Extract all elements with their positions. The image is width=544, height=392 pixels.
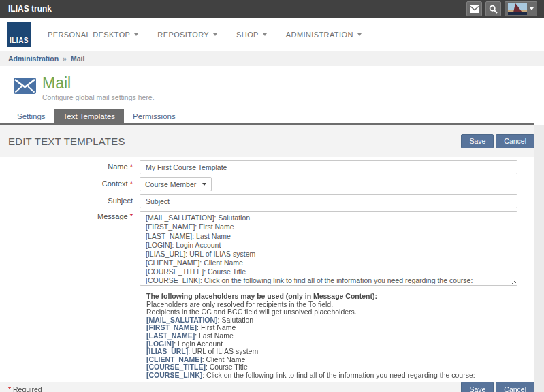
cancel-button[interactable]: Cancel	[496, 382, 534, 392]
save-button[interactable]: Save	[461, 134, 494, 148]
required-asterisk: *	[8, 385, 11, 392]
required-note: * Required	[8, 385, 42, 392]
chevron-down-icon	[202, 183, 206, 186]
message-label: Message *	[0, 211, 140, 289]
form-row-context: Context * Course Member	[0, 177, 534, 191]
chevron-down-icon	[134, 33, 138, 36]
subject-field[interactable]	[140, 194, 517, 208]
form-footer: * Required Save Cancel	[0, 382, 534, 392]
right-gutter	[534, 125, 544, 392]
user-menu-button[interactable]	[505, 1, 537, 16]
breadcrumb-separator: »	[63, 54, 67, 63]
breadcrumb: Administration » Mail	[0, 51, 544, 66]
nav-menus: PERSONAL DESKTOP REPOSITORY SHOP ADMINIS…	[38, 18, 371, 51]
message-field[interactable]: [MAIL_SALUTATION]: Salutation [FIRST_NAM…	[140, 211, 517, 286]
cancel-button[interactable]: Cancel	[496, 134, 534, 148]
name-label: Name *	[0, 160, 140, 174]
menu-shop[interactable]: SHOP	[227, 18, 276, 51]
mail-icon-button[interactable]	[466, 1, 482, 16]
subject-label: Subject	[0, 194, 140, 208]
page-title: Mail	[42, 75, 155, 92]
required-asterisk: *	[130, 180, 133, 188]
menu-administration[interactable]: ADMINISTRATION	[276, 18, 371, 51]
required-asterisk: *	[130, 163, 133, 171]
mail-icon	[470, 5, 479, 13]
menu-label: REPOSITORY	[157, 31, 209, 39]
mail-icon	[14, 78, 36, 101]
required-asterisk: *	[130, 212, 133, 220]
header-command-buttons: Save Cancel	[461, 134, 534, 148]
main-navbar: ILIAS PERSONAL DESKTOP REPOSITORY SHOP A…	[0, 18, 544, 51]
tab-text-templates[interactable]: Text Templates	[54, 109, 125, 123]
tab-settings[interactable]: Settings	[8, 109, 54, 123]
chevron-down-icon	[213, 33, 217, 36]
chevron-down-icon	[530, 7, 534, 10]
context-selected-value: Course Member	[145, 180, 196, 189]
placeholder-help: The following placeholders may be used (…	[146, 293, 524, 379]
form-row-name: Name *	[0, 160, 534, 174]
save-button[interactable]: Save	[461, 382, 494, 392]
breadcrumb-administration[interactable]: Administration	[8, 54, 59, 63]
menu-personal-desktop[interactable]: PERSONAL DESKTOP	[38, 18, 148, 51]
menu-label: PERSONAL DESKTOP	[48, 31, 130, 39]
topbar-actions	[466, 1, 537, 16]
form-section-header: EDIT TEXT TEMPLATES Save Cancel	[0, 125, 534, 157]
menu-label: SHOP	[236, 31, 259, 39]
tab-permissions[interactable]: Permissions	[124, 109, 185, 123]
name-field[interactable]	[140, 160, 517, 174]
context-select[interactable]: Course Member	[140, 177, 212, 191]
footer-command-buttons: Save Cancel	[461, 382, 534, 392]
breadcrumb-mail[interactable]: Mail	[71, 54, 84, 63]
avatar	[508, 3, 527, 15]
section-title: EDIT TEXT TEMPLATES	[8, 135, 125, 147]
search-icon	[489, 5, 498, 14]
edit-template-form: Name * Context * Course Member	[0, 157, 534, 382]
ilias-logo[interactable]: ILIAS	[7, 22, 31, 47]
placeholder-item: [COURSE_LINK]: Click on the following li…	[146, 372, 524, 380]
top-bar: ILIAS trunk	[0, 0, 544, 18]
search-icon-button[interactable]	[485, 1, 501, 16]
menu-label: ADMINISTRATION	[286, 31, 353, 39]
chevron-down-icon	[263, 33, 267, 36]
tabs-bar: Settings Text Templates Permissions	[0, 101, 544, 125]
form-row-message: Message * [MAIL_SALUTATION]: Salutation …	[0, 211, 534, 289]
page-header-text: Mail Configure global mail settings here…	[42, 75, 155, 101]
app-title: ILIAS trunk	[8, 4, 52, 14]
chevron-down-icon	[357, 33, 362, 36]
page-header: Mail Configure global mail settings here…	[0, 66, 544, 101]
form-row-subject: Subject	[0, 194, 534, 208]
menu-repository[interactable]: REPOSITORY	[148, 18, 227, 51]
page-subtitle: Configure global mail settings here.	[42, 93, 155, 101]
context-label: Context *	[0, 177, 140, 191]
